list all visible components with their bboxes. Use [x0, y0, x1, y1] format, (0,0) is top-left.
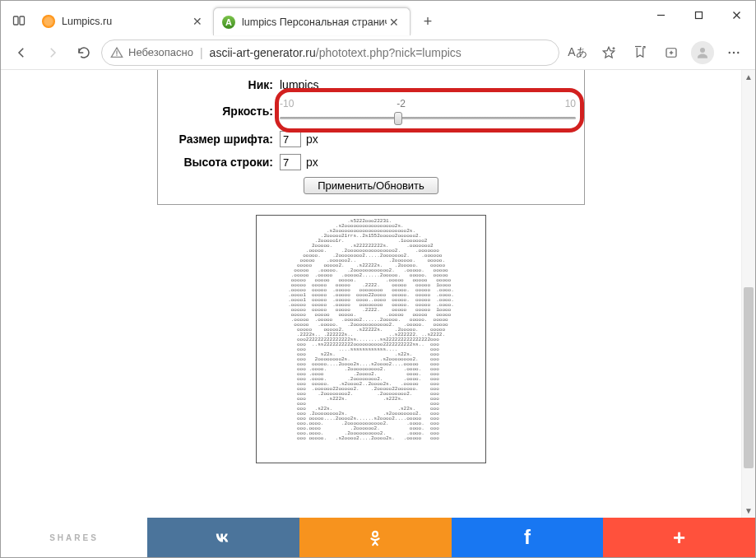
- reader-mode-button[interactable]: Aあ: [563, 39, 592, 67]
- vertical-scrollbar[interactable]: ▲ ▼: [741, 70, 755, 518]
- tab-label: lumpics Персональная странич: [242, 16, 387, 28]
- menu-button[interactable]: [719, 39, 749, 67]
- highlight-frame: [275, 88, 584, 133]
- svg-point-15: [373, 532, 378, 537]
- refresh-button[interactable]: [70, 39, 98, 67]
- favorite-button[interactable]: [594, 39, 624, 67]
- svg-rect-1: [20, 16, 25, 25]
- px-suffix: px: [306, 133, 318, 146]
- back-button[interactable]: [7, 39, 35, 67]
- tab-ascii-generator[interactable]: A lumpics Персональная странич ✕: [213, 7, 410, 35]
- share-more-button[interactable]: +: [603, 518, 755, 557]
- favorites-list-button[interactable]: [625, 39, 655, 67]
- row-nick: Ник: lumpics: [166, 78, 576, 91]
- share-bar: SHARES f +: [1, 518, 755, 557]
- window-titlebar: Lumpics.ru ✕ A lumpics Персональная стра…: [1, 1, 755, 35]
- security-indicator[interactable]: Небезопасно: [110, 46, 193, 59]
- profile-button[interactable]: [691, 41, 714, 64]
- ascii-art-output: .s5222ooo22231. .s2ooooooooooooooooo2s. …: [256, 215, 486, 463]
- browser-toolbar: Небезопасно | ascii-art-generator.ru/pho…: [1, 35, 755, 70]
- page-viewport: ▲ ▼ Ник: lumpics Яркость: -10 -2 10: [1, 70, 755, 518]
- warning-icon: [110, 46, 123, 59]
- collections-button[interactable]: [656, 39, 686, 67]
- insecure-label: Небезопасно: [128, 46, 193, 58]
- close-icon[interactable]: ✕: [190, 14, 205, 29]
- scrollbar-thumb[interactable]: [744, 287, 754, 468]
- new-tab-button[interactable]: +: [415, 9, 440, 34]
- row-fontsize: Размер шрифта: px: [166, 131, 576, 147]
- favicon-lumpics: [42, 15, 55, 28]
- fontsize-label: Размер шрифта:: [166, 133, 273, 146]
- slider-scale: -10 -2 10: [280, 98, 576, 109]
- fb-icon: f: [524, 526, 531, 549]
- lineheight-label: Высота строки:: [166, 156, 273, 169]
- slider-line: [280, 117, 576, 119]
- settings-form: Ник: lumpics Яркость: -10 -2 10: [157, 70, 585, 205]
- minimize-button[interactable]: [642, 2, 679, 28]
- brightness-slider[interactable]: -10 -2 10: [280, 98, 576, 124]
- tab-label: Lumpics.ru: [62, 16, 190, 27]
- favicon-ascii: A: [222, 16, 235, 29]
- scroll-up-arrow[interactable]: ▲: [742, 70, 755, 84]
- apply-row: Применить/Обновить: [166, 177, 576, 194]
- brightness-label: Яркость:: [166, 105, 273, 118]
- address-bar[interactable]: Небезопасно | ascii-art-generator.ru/pho…: [101, 40, 559, 66]
- row-lineheight: Высота строки: px: [166, 154, 576, 170]
- nick-value: lumpics: [280, 78, 318, 91]
- apply-button[interactable]: Применить/Обновить: [304, 177, 438, 194]
- tab-lumpics[interactable]: Lumpics.ru ✕: [34, 7, 213, 35]
- maximize-button[interactable]: [679, 2, 717, 28]
- scroll-down-arrow[interactable]: ▼: [742, 504, 755, 518]
- slider-max: 10: [565, 98, 576, 109]
- share-ok-button[interactable]: [299, 518, 452, 557]
- row-brightness: Яркость: -10 -2 10: [166, 98, 576, 124]
- slider-min: -10: [280, 98, 294, 109]
- svg-rect-0: [14, 16, 19, 25]
- share-fb-button[interactable]: f: [452, 518, 604, 557]
- slider-value: -2: [397, 98, 406, 109]
- svg-point-12: [729, 51, 730, 53]
- shares-label: SHARES: [1, 518, 147, 557]
- url-text: ascii-art-generator.ru/phototext.php?nic…: [210, 46, 461, 59]
- px-suffix: px: [306, 156, 318, 169]
- separator: |: [200, 46, 203, 59]
- ok-icon: [366, 528, 384, 546]
- plus-icon: +: [673, 525, 685, 551]
- vk-icon: [214, 528, 232, 546]
- svg-rect-3: [695, 12, 702, 18]
- forward-button[interactable]: [39, 39, 67, 67]
- fontsize-input[interactable]: [280, 131, 301, 147]
- svg-point-14: [737, 51, 739, 53]
- share-vk-button[interactable]: [147, 518, 299, 557]
- lineheight-input[interactable]: [280, 154, 301, 170]
- svg-point-13: [733, 51, 735, 53]
- tab-actions-button[interactable]: [7, 9, 30, 32]
- ascii-art-text: .s5222ooo22231. .s2ooooooooooooooooo2s. …: [288, 219, 454, 463]
- page-content: Ник: lumpics Яркость: -10 -2 10: [1, 70, 741, 518]
- nick-label: Ник:: [166, 78, 273, 91]
- slider-thumb[interactable]: [394, 112, 402, 125]
- tabs-row: Lumpics.ru ✕ A lumpics Персональная стра…: [1, 1, 642, 35]
- toolbar-right: Aあ: [563, 39, 749, 67]
- window-controls: [642, 1, 755, 28]
- svg-point-11: [700, 48, 705, 53]
- slider-track[interactable]: [280, 111, 576, 124]
- close-window-button[interactable]: [717, 2, 755, 28]
- close-icon[interactable]: ✕: [387, 15, 401, 30]
